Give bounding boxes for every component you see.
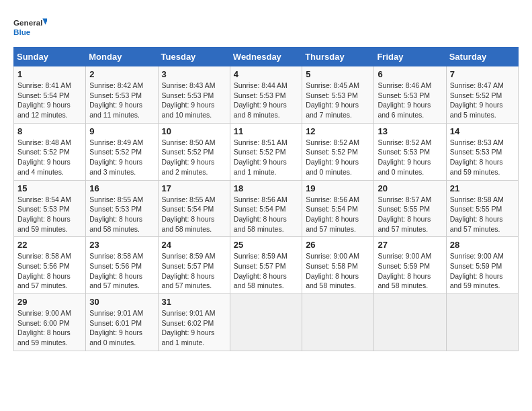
calendar-cell: 28Sunrise: 9:00 AM Sunset: 5:59 PM Dayli… bbox=[446, 237, 518, 294]
calendar-cell bbox=[446, 294, 518, 351]
day-number: 6 bbox=[378, 69, 442, 79]
day-number: 30 bbox=[89, 297, 154, 307]
day-number: 21 bbox=[450, 183, 515, 193]
calendar-cell bbox=[374, 294, 446, 351]
day-number: 25 bbox=[234, 240, 298, 250]
day-info: Sunrise: 8:45 AM Sunset: 5:53 PM Dayligh… bbox=[306, 81, 370, 120]
calendar-cell: 12Sunrise: 8:52 AM Sunset: 5:52 PM Dayli… bbox=[302, 123, 374, 180]
day-info: Sunrise: 9:00 AM Sunset: 6:00 PM Dayligh… bbox=[17, 308, 82, 348]
calendar-cell: 14Sunrise: 8:53 AM Sunset: 5:53 PM Dayli… bbox=[446, 123, 518, 180]
calendar-cell bbox=[230, 294, 302, 351]
day-info: Sunrise: 9:00 AM Sunset: 5:59 PM Dayligh… bbox=[450, 251, 515, 291]
day-number: 20 bbox=[378, 183, 442, 193]
day-number: 12 bbox=[306, 126, 370, 136]
calendar-cell: 31Sunrise: 9:01 AM Sunset: 6:02 PM Dayli… bbox=[158, 294, 230, 351]
day-info: Sunrise: 8:51 AM Sunset: 5:52 PM Dayligh… bbox=[234, 138, 298, 177]
weekday-header-saturday: Saturday bbox=[446, 48, 518, 66]
weekday-header-thursday: Thursday bbox=[302, 48, 374, 66]
weekday-header-sunday: Sunday bbox=[14, 48, 86, 66]
day-number: 18 bbox=[234, 183, 298, 193]
calendar-cell: 1Sunrise: 8:41 AM Sunset: 5:54 PM Daylig… bbox=[14, 66, 86, 124]
day-number: 19 bbox=[306, 183, 370, 193]
calendar-week-row: 8Sunrise: 8:48 AM Sunset: 5:52 PM Daylig… bbox=[14, 123, 519, 180]
weekday-header-tuesday: Tuesday bbox=[158, 48, 230, 66]
logo: General Blue bbox=[13, 13, 47, 40]
calendar-cell: 16Sunrise: 8:55 AM Sunset: 5:53 PM Dayli… bbox=[86, 180, 158, 237]
day-number: 15 bbox=[17, 183, 82, 193]
day-info: Sunrise: 8:55 AM Sunset: 5:53 PM Dayligh… bbox=[89, 195, 154, 234]
calendar-cell: 29Sunrise: 9:00 AM Sunset: 6:00 PM Dayli… bbox=[14, 294, 86, 351]
svg-marker-2 bbox=[42, 19, 47, 25]
weekday-header-friday: Friday bbox=[374, 48, 446, 66]
calendar-cell: 21Sunrise: 8:58 AM Sunset: 5:55 PM Dayli… bbox=[446, 180, 518, 237]
day-number: 3 bbox=[162, 69, 226, 79]
svg-text:General: General bbox=[13, 18, 42, 27]
calendar-cell: 26Sunrise: 9:00 AM Sunset: 5:58 PM Dayli… bbox=[302, 237, 374, 294]
calendar-cell: 7Sunrise: 8:47 AM Sunset: 5:52 PM Daylig… bbox=[446, 66, 518, 124]
day-info: Sunrise: 8:48 AM Sunset: 5:52 PM Dayligh… bbox=[17, 138, 82, 177]
day-number: 5 bbox=[306, 69, 370, 79]
day-info: Sunrise: 8:56 AM Sunset: 5:54 PM Dayligh… bbox=[306, 195, 370, 234]
calendar-cell: 10Sunrise: 8:50 AM Sunset: 5:52 PM Dayli… bbox=[158, 123, 230, 180]
svg-text:Blue: Blue bbox=[13, 28, 31, 36]
calendar-cell: 5Sunrise: 8:45 AM Sunset: 5:53 PM Daylig… bbox=[302, 66, 374, 124]
day-number: 16 bbox=[89, 183, 154, 193]
day-info: Sunrise: 8:47 AM Sunset: 5:52 PM Dayligh… bbox=[450, 81, 515, 120]
calendar-cell: 15Sunrise: 8:54 AM Sunset: 5:53 PM Dayli… bbox=[14, 180, 86, 237]
day-info: Sunrise: 8:44 AM Sunset: 5:53 PM Dayligh… bbox=[234, 81, 298, 120]
calendar-week-row: 1Sunrise: 8:41 AM Sunset: 5:54 PM Daylig… bbox=[14, 66, 519, 124]
day-info: Sunrise: 8:59 AM Sunset: 5:57 PM Dayligh… bbox=[234, 251, 298, 291]
day-info: Sunrise: 8:57 AM Sunset: 5:55 PM Dayligh… bbox=[378, 195, 442, 234]
calendar-cell: 22Sunrise: 8:58 AM Sunset: 5:56 PM Dayli… bbox=[14, 237, 86, 294]
day-info: Sunrise: 9:00 AM Sunset: 5:58 PM Dayligh… bbox=[306, 251, 370, 291]
day-info: Sunrise: 9:01 AM Sunset: 6:01 PM Dayligh… bbox=[89, 308, 154, 348]
calendar-cell: 17Sunrise: 8:55 AM Sunset: 5:54 PM Dayli… bbox=[158, 180, 230, 237]
calendar-cell: 9Sunrise: 8:49 AM Sunset: 5:52 PM Daylig… bbox=[86, 123, 158, 180]
calendar-cell: 20Sunrise: 8:57 AM Sunset: 5:55 PM Dayli… bbox=[374, 180, 446, 237]
calendar-cell: 30Sunrise: 9:01 AM Sunset: 6:01 PM Dayli… bbox=[86, 294, 158, 351]
weekday-header-wednesday: Wednesday bbox=[230, 48, 302, 66]
calendar-week-row: 22Sunrise: 8:58 AM Sunset: 5:56 PM Dayli… bbox=[14, 237, 519, 294]
day-number: 28 bbox=[450, 240, 515, 250]
calendar-cell: 6Sunrise: 8:46 AM Sunset: 5:53 PM Daylig… bbox=[374, 66, 446, 124]
calendar-cell: 27Sunrise: 9:00 AM Sunset: 5:59 PM Dayli… bbox=[374, 237, 446, 294]
day-number: 14 bbox=[450, 126, 515, 136]
logo-svg: General Blue bbox=[13, 13, 47, 40]
weekday-header-row: SundayMondayTuesdayWednesdayThursdayFrid… bbox=[14, 48, 519, 66]
calendar-table: SundayMondayTuesdayWednesdayThursdayFrid… bbox=[13, 47, 519, 351]
day-info: Sunrise: 8:52 AM Sunset: 5:53 PM Dayligh… bbox=[378, 138, 442, 177]
day-number: 31 bbox=[162, 297, 226, 307]
calendar-cell: 23Sunrise: 8:58 AM Sunset: 5:56 PM Dayli… bbox=[86, 237, 158, 294]
calendar-week-row: 29Sunrise: 9:00 AM Sunset: 6:00 PM Dayli… bbox=[14, 294, 519, 351]
day-info: Sunrise: 8:41 AM Sunset: 5:54 PM Dayligh… bbox=[17, 81, 82, 120]
day-number: 23 bbox=[89, 240, 154, 250]
calendar-cell: 18Sunrise: 8:56 AM Sunset: 5:54 PM Dayli… bbox=[230, 180, 302, 237]
calendar-cell bbox=[302, 294, 374, 351]
day-info: Sunrise: 8:52 AM Sunset: 5:52 PM Dayligh… bbox=[306, 138, 370, 177]
day-number: 7 bbox=[450, 69, 515, 79]
day-number: 1 bbox=[17, 69, 82, 79]
day-number: 10 bbox=[162, 126, 226, 136]
day-info: Sunrise: 8:49 AM Sunset: 5:52 PM Dayligh… bbox=[89, 138, 154, 177]
calendar-cell: 8Sunrise: 8:48 AM Sunset: 5:52 PM Daylig… bbox=[14, 123, 86, 180]
day-number: 13 bbox=[378, 126, 442, 136]
day-info: Sunrise: 8:58 AM Sunset: 5:55 PM Dayligh… bbox=[450, 195, 515, 234]
day-number: 29 bbox=[17, 297, 82, 307]
day-number: 11 bbox=[234, 126, 298, 136]
calendar-cell: 25Sunrise: 8:59 AM Sunset: 5:57 PM Dayli… bbox=[230, 237, 302, 294]
day-number: 24 bbox=[162, 240, 226, 250]
day-number: 17 bbox=[162, 183, 226, 193]
day-number: 26 bbox=[306, 240, 370, 250]
day-info: Sunrise: 8:42 AM Sunset: 5:53 PM Dayligh… bbox=[89, 81, 154, 120]
page-header: General Blue bbox=[13, 13, 519, 40]
day-info: Sunrise: 9:00 AM Sunset: 5:59 PM Dayligh… bbox=[378, 251, 442, 291]
day-info: Sunrise: 8:53 AM Sunset: 5:53 PM Dayligh… bbox=[450, 138, 515, 177]
day-info: Sunrise: 8:58 AM Sunset: 5:56 PM Dayligh… bbox=[17, 251, 82, 291]
calendar-cell: 11Sunrise: 8:51 AM Sunset: 5:52 PM Dayli… bbox=[230, 123, 302, 180]
day-info: Sunrise: 8:59 AM Sunset: 5:57 PM Dayligh… bbox=[162, 251, 226, 291]
day-info: Sunrise: 9:01 AM Sunset: 6:02 PM Dayligh… bbox=[162, 308, 226, 348]
day-info: Sunrise: 8:55 AM Sunset: 5:54 PM Dayligh… bbox=[162, 195, 226, 234]
day-info: Sunrise: 8:54 AM Sunset: 5:53 PM Dayligh… bbox=[17, 195, 82, 234]
calendar-cell: 2Sunrise: 8:42 AM Sunset: 5:53 PM Daylig… bbox=[86, 66, 158, 124]
day-number: 27 bbox=[378, 240, 442, 250]
